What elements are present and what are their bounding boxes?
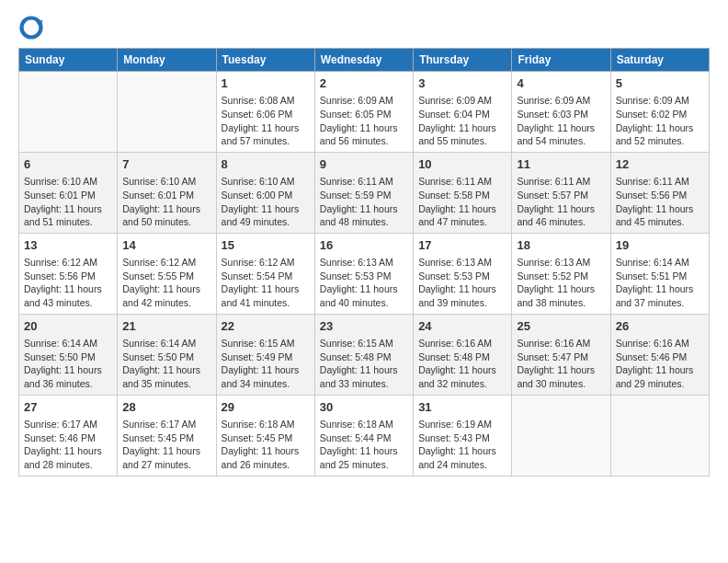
calendar-day-cell: 9Sunrise: 6:11 AM Sunset: 5:59 PM Daylig… (314, 152, 413, 233)
calendar-day-cell: 29Sunrise: 6:18 AM Sunset: 5:45 PM Dayli… (216, 395, 314, 476)
day-number: 19 (616, 237, 704, 254)
calendar-day-cell: 24Sunrise: 6:16 AM Sunset: 5:48 PM Dayli… (414, 314, 512, 395)
day-number: 10 (418, 156, 506, 173)
calendar-day-cell: 17Sunrise: 6:13 AM Sunset: 5:53 PM Dayli… (414, 233, 512, 314)
day-number: 6 (24, 156, 112, 173)
day-info: Sunrise: 6:10 AM Sunset: 6:00 PM Dayligh… (222, 175, 310, 229)
calendar-week-row: 13Sunrise: 6:12 AM Sunset: 5:56 PM Dayli… (19, 233, 710, 314)
day-info: Sunrise: 6:09 AM Sunset: 6:03 PM Dayligh… (517, 94, 605, 148)
day-info: Sunrise: 6:11 AM Sunset: 5:58 PM Dayligh… (418, 175, 506, 229)
calendar-day-cell: 28Sunrise: 6:17 AM Sunset: 5:45 PM Dayli… (118, 395, 216, 476)
day-info: Sunrise: 6:13 AM Sunset: 5:52 PM Dayligh… (517, 256, 605, 310)
day-number: 14 (122, 237, 210, 254)
calendar-day-cell: 31Sunrise: 6:19 AM Sunset: 5:43 PM Dayli… (414, 395, 512, 476)
day-info: Sunrise: 6:18 AM Sunset: 5:45 PM Dayligh… (222, 418, 310, 472)
day-number: 16 (320, 237, 408, 254)
calendar-day-cell: 25Sunrise: 6:16 AM Sunset: 5:47 PM Dayli… (512, 314, 610, 395)
day-info: Sunrise: 6:16 AM Sunset: 5:48 PM Dayligh… (418, 337, 506, 391)
day-info: Sunrise: 6:14 AM Sunset: 5:50 PM Dayligh… (24, 337, 112, 391)
weekday-header-saturday: Saturday (610, 49, 709, 72)
day-number: 12 (616, 156, 704, 173)
calendar-day-cell: 27Sunrise: 6:17 AM Sunset: 5:46 PM Dayli… (19, 395, 118, 476)
calendar-container: SundayMondayTuesdayWednesdayThursdayFrid… (0, 0, 728, 486)
day-number: 17 (418, 237, 506, 254)
day-info: Sunrise: 6:13 AM Sunset: 5:53 PM Dayligh… (320, 256, 408, 310)
day-info: Sunrise: 6:16 AM Sunset: 5:46 PM Dayligh… (616, 337, 704, 391)
day-number: 23 (320, 318, 408, 335)
day-number: 13 (24, 237, 112, 254)
calendar-day-cell (118, 72, 216, 153)
day-info: Sunrise: 6:11 AM Sunset: 5:56 PM Dayligh… (616, 175, 704, 229)
logo (18, 15, 48, 40)
day-info: Sunrise: 6:15 AM Sunset: 5:48 PM Dayligh… (320, 337, 408, 391)
day-number: 31 (418, 399, 506, 416)
day-info: Sunrise: 6:15 AM Sunset: 5:49 PM Dayligh… (222, 337, 310, 391)
calendar-day-cell: 11Sunrise: 6:11 AM Sunset: 5:57 PM Dayli… (512, 152, 610, 233)
calendar-day-cell: 22Sunrise: 6:15 AM Sunset: 5:49 PM Dayli… (216, 314, 314, 395)
header (18, 15, 710, 40)
calendar-week-row: 27Sunrise: 6:17 AM Sunset: 5:46 PM Dayli… (19, 395, 710, 476)
day-number: 27 (24, 399, 112, 416)
day-info: Sunrise: 6:12 AM Sunset: 5:56 PM Dayligh… (24, 256, 112, 310)
day-info: Sunrise: 6:11 AM Sunset: 5:59 PM Dayligh… (320, 175, 408, 229)
day-number: 30 (320, 399, 408, 416)
calendar-day-cell: 12Sunrise: 6:11 AM Sunset: 5:56 PM Dayli… (610, 152, 709, 233)
weekday-header-sunday: Sunday (19, 49, 118, 72)
day-number: 22 (222, 318, 310, 335)
day-info: Sunrise: 6:09 AM Sunset: 6:05 PM Dayligh… (320, 94, 408, 148)
calendar-table: SundayMondayTuesdayWednesdayThursdayFrid… (18, 48, 710, 477)
calendar-day-cell: 13Sunrise: 6:12 AM Sunset: 5:56 PM Dayli… (19, 233, 118, 314)
day-info: Sunrise: 6:10 AM Sunset: 6:01 PM Dayligh… (122, 175, 210, 229)
calendar-day-cell: 8Sunrise: 6:10 AM Sunset: 6:00 PM Daylig… (216, 152, 314, 233)
calendar-day-cell: 3Sunrise: 6:09 AM Sunset: 6:04 PM Daylig… (414, 72, 512, 153)
calendar-week-row: 6Sunrise: 6:10 AM Sunset: 6:01 PM Daylig… (19, 152, 710, 233)
day-info: Sunrise: 6:12 AM Sunset: 5:55 PM Dayligh… (122, 256, 210, 310)
day-number: 15 (222, 237, 310, 254)
day-number: 1 (222, 75, 310, 92)
day-number: 7 (122, 156, 210, 173)
calendar-day-cell: 2Sunrise: 6:09 AM Sunset: 6:05 PM Daylig… (314, 72, 413, 153)
day-info: Sunrise: 6:13 AM Sunset: 5:53 PM Dayligh… (418, 256, 506, 310)
day-info: Sunrise: 6:14 AM Sunset: 5:51 PM Dayligh… (616, 256, 704, 310)
day-info: Sunrise: 6:17 AM Sunset: 5:45 PM Dayligh… (122, 418, 210, 472)
day-number: 18 (517, 237, 605, 254)
calendar-day-cell: 1Sunrise: 6:08 AM Sunset: 6:06 PM Daylig… (216, 72, 314, 153)
calendar-day-cell: 20Sunrise: 6:14 AM Sunset: 5:50 PM Dayli… (19, 314, 118, 395)
day-number: 20 (24, 318, 112, 335)
calendar-day-cell: 10Sunrise: 6:11 AM Sunset: 5:58 PM Dayli… (414, 152, 512, 233)
day-info: Sunrise: 6:09 AM Sunset: 6:04 PM Dayligh… (418, 94, 506, 148)
day-info: Sunrise: 6:14 AM Sunset: 5:50 PM Dayligh… (122, 337, 210, 391)
weekday-header-friday: Friday (512, 49, 610, 72)
day-info: Sunrise: 6:19 AM Sunset: 5:43 PM Dayligh… (418, 418, 506, 472)
svg-point-1 (24, 20, 40, 36)
calendar-day-cell: 21Sunrise: 6:14 AM Sunset: 5:50 PM Dayli… (118, 314, 216, 395)
logo-icon (18, 15, 44, 40)
day-number: 28 (122, 399, 210, 416)
calendar-week-row: 20Sunrise: 6:14 AM Sunset: 5:50 PM Dayli… (19, 314, 710, 395)
calendar-day-cell: 7Sunrise: 6:10 AM Sunset: 6:01 PM Daylig… (118, 152, 216, 233)
day-number: 8 (222, 156, 310, 173)
day-info: Sunrise: 6:18 AM Sunset: 5:44 PM Dayligh… (320, 418, 408, 472)
day-number: 9 (320, 156, 408, 173)
day-info: Sunrise: 6:08 AM Sunset: 6:06 PM Dayligh… (222, 94, 310, 148)
calendar-day-cell: 6Sunrise: 6:10 AM Sunset: 6:01 PM Daylig… (19, 152, 118, 233)
day-number: 25 (517, 318, 605, 335)
calendar-day-cell: 18Sunrise: 6:13 AM Sunset: 5:52 PM Dayli… (512, 233, 610, 314)
weekday-header-monday: Monday (118, 49, 216, 72)
day-info: Sunrise: 6:12 AM Sunset: 5:54 PM Dayligh… (222, 256, 310, 310)
day-number: 29 (222, 399, 310, 416)
calendar-day-cell: 14Sunrise: 6:12 AM Sunset: 5:55 PM Dayli… (118, 233, 216, 314)
calendar-day-cell: 5Sunrise: 6:09 AM Sunset: 6:02 PM Daylig… (610, 72, 709, 153)
day-info: Sunrise: 6:17 AM Sunset: 5:46 PM Dayligh… (24, 418, 112, 472)
day-info: Sunrise: 6:11 AM Sunset: 5:57 PM Dayligh… (517, 175, 605, 229)
day-number: 4 (517, 75, 605, 92)
day-number: 3 (418, 75, 506, 92)
day-number: 5 (616, 75, 704, 92)
day-info: Sunrise: 6:16 AM Sunset: 5:47 PM Dayligh… (517, 337, 605, 391)
calendar-day-cell: 16Sunrise: 6:13 AM Sunset: 5:53 PM Dayli… (314, 233, 413, 314)
calendar-week-row: 1Sunrise: 6:08 AM Sunset: 6:06 PM Daylig… (19, 72, 710, 153)
calendar-day-cell (512, 395, 610, 476)
calendar-day-cell: 23Sunrise: 6:15 AM Sunset: 5:48 PM Dayli… (314, 314, 413, 395)
day-info: Sunrise: 6:09 AM Sunset: 6:02 PM Dayligh… (616, 94, 704, 148)
day-number: 2 (320, 75, 408, 92)
